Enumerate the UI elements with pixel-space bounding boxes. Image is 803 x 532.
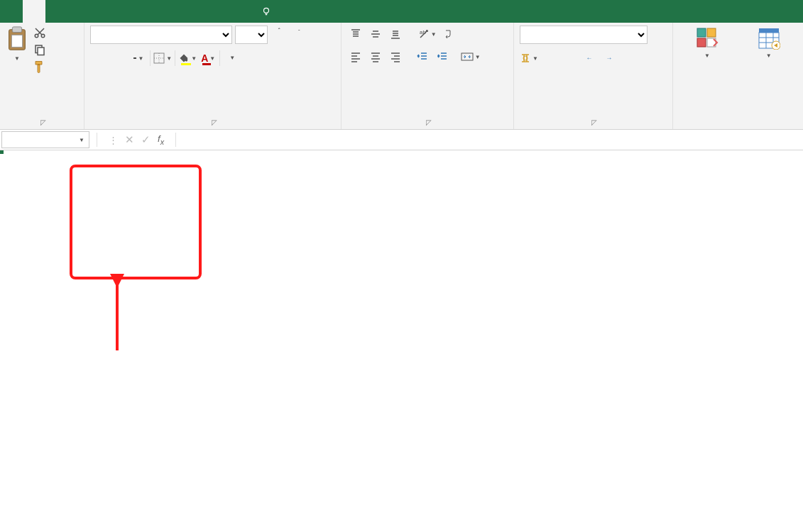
italic-button[interactable] (110, 50, 127, 67)
underline-button[interactable]: ▼ (130, 50, 147, 67)
tab-layout[interactable] (68, 0, 91, 23)
align-right-button[interactable] (387, 48, 404, 65)
chevron-down-icon: ▼ (191, 55, 197, 62)
chevron-down-icon: ▼ (229, 55, 235, 61)
ribbon-tabs (0, 0, 803, 23)
chevron-down-icon: ▼ (766, 52, 772, 60)
lightbulb-icon (261, 6, 271, 16)
ribbon: ▼ ◸ ˆ ˇ ▼ ▼ ▼ (0, 23, 803, 130)
tab-acrobat[interactable] (227, 0, 250, 23)
tell-me[interactable] (250, 0, 287, 23)
chevron-down-icon: ▼ (209, 55, 215, 62)
conditional-format-icon (696, 27, 719, 50)
svg-rect-7 (38, 48, 44, 55)
svg-text:ab: ab (420, 29, 426, 35)
chevron-down-icon: ▼ (704, 52, 710, 60)
table-style-icon (758, 27, 780, 50)
tab-help[interactable] (204, 0, 227, 23)
tab-file[interactable] (0, 0, 23, 23)
accounting-button[interactable]: ▼ (520, 50, 538, 67)
orientation-icon: ab (418, 28, 430, 40)
clipboard-launcher[interactable]: ◸ (40, 118, 46, 126)
number-launcher[interactable]: ◸ (591, 118, 597, 126)
formula-bar: ▼ ⋮ ✕ ✓ fx (0, 130, 803, 150)
comma-button[interactable] (561, 50, 578, 67)
paste-button[interactable]: ▼ (6, 26, 28, 62)
align-launcher[interactable]: ◸ (426, 118, 432, 126)
enter-formula-button[interactable]: ✓ (141, 133, 151, 146)
chevron-down-icon: ▼ (475, 54, 481, 60)
chevron-down-icon: ▼ (166, 55, 172, 62)
align-left-button[interactable] (347, 48, 364, 65)
tab-formulas[interactable] (91, 0, 114, 23)
increase-decimal-button[interactable]: ← (581, 50, 598, 67)
svg-rect-3 (11, 35, 22, 47)
format-painter-button[interactable] (33, 60, 47, 74)
chevron-down-icon: ▼ (14, 55, 20, 62)
align-top-button[interactable] (347, 26, 364, 43)
grow-font-button[interactable]: ˆ (271, 26, 288, 43)
brush-icon (33, 60, 46, 73)
copy-icon (33, 43, 46, 56)
merge-icon (461, 51, 474, 62)
formula-options-icon[interactable]: ⋮ (109, 135, 118, 145)
align-middle-button[interactable] (367, 26, 384, 43)
indent-icon (437, 51, 448, 62)
wrap-icon (444, 29, 452, 39)
decrease-indent-button[interactable] (414, 48, 431, 65)
percent-button[interactable] (541, 50, 558, 67)
align-right-icon (390, 51, 401, 62)
align-left-icon (350, 51, 361, 62)
formula-input[interactable] (179, 132, 803, 148)
phonetic-button[interactable]: ▼ (223, 50, 240, 67)
merge-center-button[interactable]: ▼ (461, 48, 481, 65)
name-box[interactable]: ▼ (1, 131, 89, 148)
orientation-button[interactable]: ab▼ (418, 26, 437, 43)
decrease-decimal-button[interactable]: → (601, 50, 618, 67)
svg-point-0 (264, 8, 269, 13)
fx-icon[interactable]: fx (158, 133, 164, 146)
tab-insert[interactable] (45, 0, 68, 23)
scissors-icon (33, 26, 46, 39)
cut-button[interactable] (33, 26, 47, 40)
conditional-format-button[interactable]: ▼ (693, 26, 721, 61)
font-name-combo[interactable] (90, 26, 232, 44)
font-launcher[interactable]: ◸ (212, 118, 217, 126)
format-as-table-button[interactable]: ▼ (755, 26, 783, 61)
number-format-combo[interactable] (520, 26, 648, 44)
align-center-icon (370, 51, 381, 62)
svg-rect-16 (759, 28, 779, 33)
chevron-down-icon: ▼ (79, 137, 84, 143)
tab-review[interactable] (136, 0, 159, 23)
tab-home[interactable] (23, 0, 45, 23)
svg-rect-12 (697, 28, 706, 37)
border-icon (153, 52, 165, 64)
tab-data[interactable] (114, 0, 136, 23)
cancel-formula-button[interactable]: ✕ (125, 133, 134, 146)
borders-button[interactable]: ▼ (153, 50, 172, 67)
outdent-icon (417, 51, 428, 62)
group-clipboard: ▼ ◸ (0, 23, 84, 129)
tab-developer[interactable] (182, 0, 204, 23)
copy-button[interactable] (33, 43, 47, 57)
align-top-icon (350, 28, 361, 40)
currency-icon (520, 52, 531, 64)
bold-button[interactable] (90, 50, 107, 67)
align-bottom-button[interactable] (387, 26, 404, 43)
clipboard-icon (6, 26, 28, 52)
group-alignment: ab▼ ▼ ◸ (342, 23, 514, 129)
tab-view[interactable] (159, 0, 182, 23)
worksheet[interactable] (0, 150, 803, 532)
wrap-text-button[interactable] (439, 26, 457, 43)
fill-color-button[interactable]: ▼ (178, 50, 197, 67)
align-center-button[interactable] (367, 48, 384, 65)
svg-rect-10 (461, 53, 473, 60)
svg-rect-14 (697, 38, 706, 47)
shrink-font-button[interactable]: ˇ (290, 26, 307, 43)
font-size-combo[interactable] (235, 26, 268, 44)
align-bottom-icon (390, 28, 401, 40)
chevron-down-icon: ▼ (138, 55, 143, 62)
bucket-icon (178, 53, 190, 63)
font-color-button[interactable]: A▼ (200, 50, 217, 67)
increase-indent-button[interactable] (434, 48, 451, 65)
